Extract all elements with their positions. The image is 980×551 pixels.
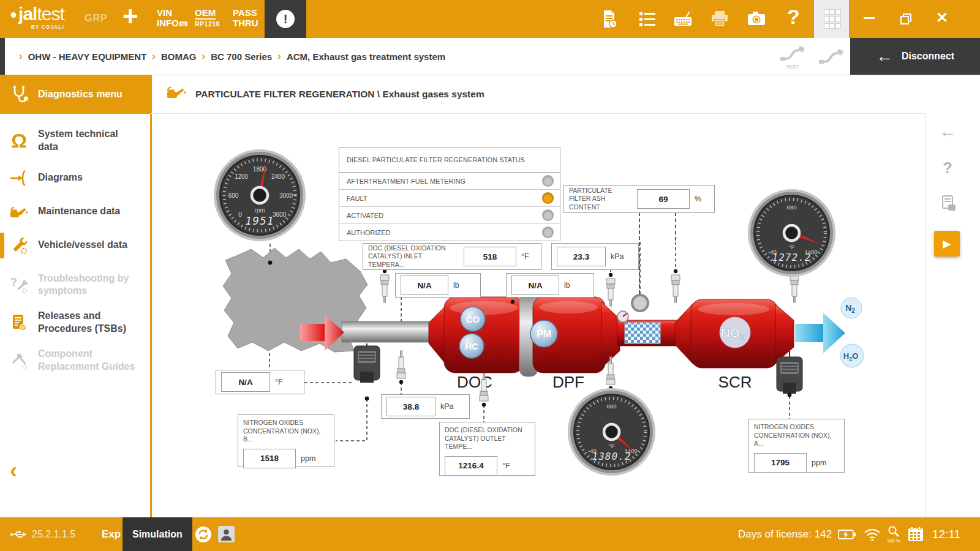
chevron-right-icon: › [277, 50, 281, 62]
wifi-icon [864, 517, 881, 551]
breadcrumb-make[interactable]: BOMAG [161, 51, 197, 62]
svg-text:1200: 1200 [235, 173, 249, 180]
svg-text:3600: 3600 [273, 211, 287, 218]
usb-connection-icon [10, 517, 27, 551]
test-connector[interactable]: TEST [779, 43, 806, 70]
alerts-button[interactable]: ! [265, 0, 306, 38]
sidebar-item-diagrams[interactable]: Diagrams [0, 163, 150, 193]
breadcrumb-ohw[interactable]: OHW - HEAVY EQUIPMENT [28, 51, 147, 62]
stethoscope-icon [0, 84, 38, 104]
co-label: CO [466, 314, 480, 324]
dashed-line [675, 212, 676, 241]
simulation-mode-toggle[interactable]: Simulation [123, 517, 192, 551]
regeneration-status-panel: DIESEL PARTICULATE FILTER REGENERATION S… [339, 147, 560, 241]
connector-icon[interactable] [818, 46, 845, 67]
gauge-value: 1272.2 [772, 252, 812, 263]
sidebar-item-system-technical-data[interactable]: Ω System technical data [0, 122, 150, 159]
sidebar: Diagnostics menu Ω System technical data… [0, 75, 152, 517]
vin-keyboard-icon [179, 21, 187, 26]
sidebar-item-component-guides: Component Replacement Guides [0, 342, 150, 379]
pass-thru-button[interactable]: PASS THRU [233, 7, 258, 29]
expert-mode-label[interactable]: Exp [102, 517, 121, 551]
help-button[interactable]: ? [787, 5, 800, 29]
close-button[interactable]: ✕ [936, 9, 948, 26]
scr-inlet-cone [675, 303, 693, 364]
restore-window-button[interactable] [899, 12, 913, 26]
connection-test-zone: TEST [773, 38, 850, 75]
zoom-indicator[interactable]: 100 % [887, 517, 900, 551]
fault-list-icon[interactable] [637, 9, 658, 29]
rpm-gauge: 0 600 1200 1800 2400 3000 3600 rpm 1951 [213, 149, 306, 244]
ash-content-box: PARTICULATE FILTER ASH CONTENT 69 % [564, 185, 715, 213]
back-arrow-button[interactable]: ← [939, 122, 956, 141]
chevron-right-icon: › [202, 50, 205, 62]
nox-before-box: NITROGEN OXIDES CONCENTRATION (NOX), B..… [238, 414, 334, 467]
exclamation-icon: ! [276, 10, 295, 28]
inlet-pipe [342, 321, 437, 342]
doc-inlet-cone [429, 305, 446, 364]
grp-label[interactable]: GRP [85, 13, 108, 24]
pm-label: PM [537, 329, 551, 339]
connector-test-icon [779, 43, 806, 64]
nox-before-value: 1518 [243, 449, 296, 468]
chevron-right-icon: › [152, 50, 156, 62]
status-led [542, 192, 554, 204]
exhaust-temp-box: N/A °F [216, 370, 304, 394]
mini-gauge-icon [617, 311, 628, 322]
jaltest-logo[interactable]: ●jaltest BY COJALI [10, 5, 64, 30]
fuel-metering-right-box: N/A lb [506, 273, 594, 298]
apps-grid-button[interactable] [814, 0, 849, 38]
screenshot-camera-icon[interactable] [746, 9, 767, 29]
fuel-right-value: N/A [511, 276, 559, 295]
calendar-icon[interactable] [908, 517, 924, 551]
logo-dot-icon: ● [10, 8, 17, 20]
doc-outlet-temp-value: 1216.4 [445, 456, 497, 476]
breadcrumb-system[interactable]: ACM, Exhaust gas treatment system [287, 51, 445, 62]
sidebar-item-diagnostics-menu[interactable]: Diagnostics menu [0, 75, 150, 114]
sidebar-item-releases-tsbs[interactable]: Releases and Procedures (TSBs) [0, 304, 150, 341]
jaltest-window: ●jaltest BY COJALI GRP + VIN INFO OEM RP… [0, 0, 980, 551]
filter-cutaway [625, 323, 660, 343]
status-row-fuel-metering: AFTERTREATMENT FUEL METERING [339, 173, 560, 190]
breadcrumb-model[interactable]: BC 700 Series [211, 51, 272, 62]
status-row-activated: ACTIVATED [339, 207, 560, 224]
dpf-temp-gauge: -40 680 1400 °F 1380.2 [567, 388, 656, 479]
status-led [542, 227, 554, 238]
grid-icon [824, 9, 840, 29]
sidebar-collapse-button[interactable]: ‹ [10, 460, 17, 482]
doc-inlet-temp-box: DOC (DIESEL OXIDATION CATALYST) INLET TE… [363, 243, 541, 270]
component-info-button[interactable] [940, 194, 957, 215]
mid-pressure-value: 38.8 [386, 397, 435, 416]
status-row-fault: FAULT [339, 190, 560, 207]
inlet-pressure-value: 23.3 [557, 247, 606, 266]
sidebar-item-vehicle-vessel-data[interactable]: Vehicle/vessel data [0, 230, 150, 261]
help-side-button[interactable]: ? [943, 159, 952, 178]
vin-info-button[interactable]: VIN INFO [157, 7, 187, 29]
status-row-authorized: AUTHORIZED [339, 224, 560, 241]
sidebar-item-troubleshooting: ? Troubleshooting by symptoms [0, 267, 150, 304]
scr-temp-gauge: -40 680 1400 °F 1272.2 [747, 189, 836, 280]
wrench-icon [0, 236, 38, 255]
doc-outlet-temp-box: DOC (DIESEL OXIDATION CATALYST) OUTLET T… [439, 422, 535, 476]
new-session-button[interactable]: + [123, 1, 138, 32]
report-history-icon[interactable] [599, 9, 620, 29]
minimize-button[interactable] [864, 17, 875, 19]
sync-button[interactable] [195, 517, 212, 551]
oem-rp1210-button[interactable]: OEM RP1210 [195, 7, 220, 29]
oil-can-title-icon [165, 84, 187, 104]
status-bar: 25.2.1.1.5 Exp Simulation Days of licens… [0, 517, 980, 551]
virtual-keyboard-icon[interactable] [673, 9, 693, 29]
scr-outlet-cone [775, 304, 794, 363]
user-account-button[interactable] [218, 517, 235, 551]
disconnect-button[interactable]: ← Disconnect [850, 38, 980, 75]
print-icon[interactable] [709, 9, 730, 29]
play-button[interactable]: ▶ [934, 231, 960, 257]
doc-section-label: DOC [457, 373, 492, 391]
sidebar-item-maintenance-data[interactable]: Maintenance data [0, 197, 150, 227]
status-led [542, 209, 554, 221]
license-days: Days of license: 142 [738, 517, 832, 551]
battery-icon [838, 517, 856, 551]
ash-content-value: 69 [637, 189, 690, 209]
omega-icon: Ω [0, 131, 38, 151]
logo-byline: BY COJALI [10, 24, 64, 30]
